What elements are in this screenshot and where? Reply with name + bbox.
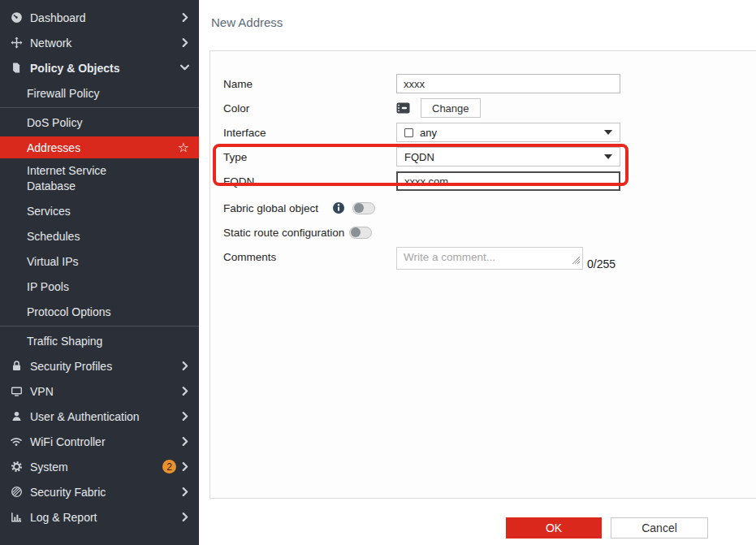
sidebar-item-security-profiles[interactable]: Security Profiles: [0, 353, 199, 378]
chevron-right-icon: [182, 513, 189, 521]
sidebar-item-label: Security Profiles: [30, 360, 182, 373]
sidebar-item-dashboard[interactable]: Dashboard: [0, 5, 199, 30]
fabric-global-object-label: Fabric global object: [223, 202, 318, 214]
caret-down-icon: [604, 130, 612, 135]
chevron-right-icon: [182, 387, 189, 396]
sidebar-item-label: IP Pools: [27, 280, 69, 293]
fqdn-label: FQDN: [223, 175, 396, 188]
chevron-right-icon: [182, 412, 189, 421]
sidebar-item-firewall-policy[interactable]: Firewall Policy: [0, 80, 199, 106]
name-input[interactable]: [396, 74, 620, 93]
sidebar-item-label: Services: [27, 205, 71, 218]
comments-textarea[interactable]: [396, 247, 583, 270]
sidebar: Dashboard Network Policy & Objects Firew…: [0, 0, 199, 545]
sidebar-item-schedules[interactable]: Schedules: [0, 223, 199, 249]
sidebar-item-ip-pools[interactable]: IP Pools: [0, 274, 199, 299]
chevron-down-icon: [180, 64, 189, 71]
fqdn-row: FQDN: [223, 171, 756, 191]
sidebar-item-label: Virtual IPs: [27, 255, 79, 268]
sidebar-divider: [0, 107, 199, 108]
type-label: Type: [223, 151, 396, 163]
comments-row: Comments 0/255: [223, 247, 756, 273]
color-swatch-icon: [396, 102, 410, 114]
sidebar-item-virtual-ips[interactable]: Virtual IPs: [0, 249, 199, 274]
wifi-icon: [8, 435, 24, 448]
sidebar-item-system[interactable]: System 2: [0, 454, 199, 479]
fabric-global-object-row: Fabric global object: [223, 198, 756, 218]
info-icon[interactable]: [332, 201, 345, 214]
fabric-global-object-toggle[interactable]: [352, 202, 375, 214]
sidebar-item-label: Network: [30, 37, 182, 50]
static-route-label: Static route configuration: [223, 227, 344, 239]
color-row: Color Change: [223, 98, 756, 118]
interface-label: Interface: [223, 127, 396, 139]
interface-row: Interface any: [223, 123, 756, 142]
type-row: Type FQDN: [223, 147, 756, 167]
sidebar-item-label: DoS Policy: [27, 116, 82, 129]
new-address-form-panel: Name Color Change Interface any Typ: [210, 50, 756, 499]
sidebar-item-label: Addresses: [27, 141, 80, 154]
chevron-right-icon: [182, 38, 189, 47]
sidebar-item-log-report[interactable]: Log & Report: [0, 504, 199, 530]
sidebar-item-label: Policy & Objects: [30, 62, 180, 75]
caret-down-icon: [604, 154, 612, 159]
gear-icon: [8, 461, 24, 473]
type-select[interactable]: FQDN: [396, 147, 620, 167]
chevron-right-icon: [182, 13, 189, 22]
color-label: Color: [223, 102, 396, 115]
sidebar-item-wifi-controller[interactable]: WiFi Controller: [0, 429, 199, 454]
lock-icon: [8, 360, 24, 372]
type-value: FQDN: [404, 151, 434, 163]
chevron-right-icon: [182, 487, 189, 496]
comments-label: Comments: [223, 247, 396, 263]
ok-button[interactable]: OK: [506, 517, 602, 539]
monitor-icon: [8, 385, 24, 397]
sidebar-item-label: Dashboard: [30, 11, 182, 24]
cancel-button[interactable]: Cancel: [611, 517, 708, 539]
sidebar-item-traffic-shaping[interactable]: Traffic Shaping: [0, 328, 199, 353]
policy-document-icon: [8, 62, 24, 74]
fqdn-input[interactable]: [396, 171, 620, 191]
sidebar-item-services[interactable]: Services: [0, 198, 199, 223]
dashboard-icon: [8, 11, 24, 24]
static-route-toggle[interactable]: [349, 227, 372, 239]
favorite-star-icon[interactable]: ☆: [178, 141, 189, 154]
name-row: Name: [223, 74, 756, 93]
sidebar-item-label: Traffic Shaping: [27, 335, 102, 348]
sidebar-item-vpn[interactable]: VPN: [0, 378, 199, 404]
sidebar-item-policy-objects[interactable]: Policy & Objects: [0, 55, 199, 80]
notification-badge: 2: [162, 460, 176, 474]
sidebar-item-label: Log & Report: [30, 511, 182, 524]
sidebar-item-label: Firewall Policy: [27, 87, 99, 100]
static-route-row: Static route configuration: [223, 223, 756, 242]
sidebar-item-label: Protocol Options: [27, 305, 111, 318]
sidebar-item-label: WiFi Controller: [30, 435, 182, 448]
sidebar-item-security-fabric[interactable]: Security Fabric: [0, 479, 199, 504]
security-fabric-icon: [8, 486, 24, 498]
chevron-right-icon: [182, 361, 189, 370]
sidebar-item-label: System: [30, 461, 162, 474]
sidebar-item-network[interactable]: Network: [0, 30, 199, 55]
network-icon: [8, 37, 24, 49]
sidebar-item-label: Schedules: [27, 230, 80, 243]
sidebar-item-label: Internet Service Database: [27, 163, 150, 194]
sidebar-item-label: User & Authentication: [30, 410, 182, 423]
sidebar-item-protocol-options[interactable]: Protocol Options: [0, 299, 199, 324]
interface-value: any: [420, 127, 437, 139]
sidebar-item-dos-policy[interactable]: DoS Policy: [0, 110, 199, 135]
sidebar-divider: [0, 326, 199, 327]
bar-chart-icon: [8, 511, 24, 523]
main-content: New Address Name Color Change Interface …: [199, 0, 756, 545]
sidebar-item-label: VPN: [30, 385, 182, 398]
name-label: Name: [223, 78, 396, 90]
interface-any-icon: [404, 128, 413, 137]
chevron-right-icon: [182, 462, 189, 471]
interface-select[interactable]: any: [396, 123, 620, 142]
color-change-button[interactable]: Change: [421, 98, 481, 118]
sidebar-item-user-authentication[interactable]: User & Authentication: [0, 404, 199, 429]
sidebar-item-label: Security Fabric: [30, 486, 182, 499]
sidebar-item-internet-service-database[interactable]: Internet Service Database: [0, 160, 199, 198]
comments-char-counter: 0/255: [587, 257, 616, 273]
user-icon: [8, 410, 24, 422]
sidebar-item-addresses[interactable]: Addresses ☆: [0, 136, 199, 158]
